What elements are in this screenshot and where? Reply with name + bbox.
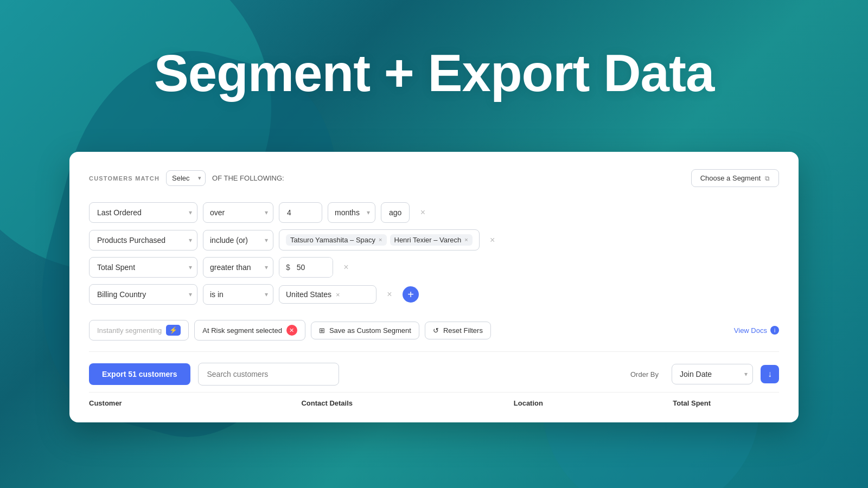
- country-value: United States: [286, 290, 331, 299]
- field-select-2[interactable]: Products Purchased: [89, 230, 197, 251]
- filter-row-last-ordered: Last Ordered over months days years ago …: [89, 202, 779, 223]
- match-row: CUSTOMERS MATCH Selec Any All OF THE FOL…: [89, 169, 779, 187]
- op-select-4[interactable]: is in: [203, 284, 273, 305]
- page-title: Segment + Export Data: [0, 43, 868, 103]
- op-select-2[interactable]: include (or): [203, 230, 273, 251]
- field-select-1[interactable]: Last Ordered: [89, 202, 197, 223]
- field-select-wrapper-2[interactable]: Products Purchased: [89, 230, 197, 251]
- info-icon: i: [770, 326, 779, 335]
- remove-filter-4-button[interactable]: ×: [382, 287, 397, 302]
- choose-segment-label: Choose a Segment: [700, 174, 761, 182]
- field-select-wrapper-4[interactable]: Billing Country: [89, 284, 197, 305]
- add-filter-button[interactable]: +: [403, 286, 419, 303]
- dollar-sign: $: [279, 258, 295, 277]
- filter-row-products: Products Purchased include (or) Tatsuro …: [89, 229, 779, 251]
- remove-filter-1-button[interactable]: ×: [415, 205, 430, 220]
- unit-select-1[interactable]: months days years: [328, 202, 375, 223]
- main-panel: CUSTOMERS MATCH Selec Any All OF THE FOL…: [69, 152, 799, 422]
- tag-tatsuro: Tatsuro Yamashita – Spacy ×: [286, 234, 387, 246]
- unit-select-wrapper-1[interactable]: months days years: [328, 202, 375, 223]
- external-link-icon: ⧉: [765, 175, 770, 182]
- of-following-label: OF THE FOLLOWING:: [212, 174, 284, 182]
- op-select-wrapper-3[interactable]: greater than: [203, 257, 273, 278]
- amount-input[interactable]: [295, 258, 333, 277]
- at-risk-label: At Risk segment selected: [202, 326, 282, 335]
- op-select-1[interactable]: over: [203, 202, 273, 223]
- sort-down-icon: ↓: [768, 369, 772, 379]
- tag-tatsuro-remove[interactable]: ×: [379, 237, 382, 243]
- country-remove[interactable]: ×: [336, 291, 340, 299]
- instantly-segmenting-label: Instantly segmenting: [97, 326, 162, 335]
- match-select-wrapper[interactable]: Selec Any All: [166, 170, 206, 186]
- products-tags-input[interactable]: Tatsuro Yamashita – Spacy × Henri Texier…: [279, 229, 480, 251]
- action-bar: Instantly segmenting ⚡ At Risk segment s…: [89, 318, 779, 341]
- export-customers-button[interactable]: Export 51 customers: [89, 363, 190, 385]
- remove-filter-2-button[interactable]: ×: [485, 233, 500, 248]
- th-contact: Contact Details: [301, 399, 513, 407]
- field-select-3[interactable]: Total Spent: [89, 257, 197, 278]
- view-docs-label: View Docs: [734, 326, 767, 335]
- field-select-wrapper-3[interactable]: Total Spent: [89, 257, 197, 278]
- country-input-wrap[interactable]: United States ×: [279, 285, 376, 304]
- op-select-wrapper-2[interactable]: include (or): [203, 230, 273, 251]
- lightning-icon: ⚡: [166, 325, 181, 336]
- search-customers-input[interactable]: [198, 363, 339, 386]
- op-select-wrapper-1[interactable]: over: [203, 202, 273, 223]
- remove-filter-3-button[interactable]: ×: [339, 260, 354, 275]
- order-by-select[interactable]: Join Date Total Spent Customer Name: [672, 364, 753, 384]
- tag-tatsuro-label: Tatsuro Yamashita – Spacy: [290, 236, 375, 244]
- op-select-3[interactable]: greater than: [203, 257, 273, 278]
- at-risk-segment-button[interactable]: At Risk segment selected ✕: [194, 320, 305, 341]
- at-risk-remove-icon: ✕: [286, 325, 297, 336]
- th-location: Location: [514, 399, 673, 407]
- reset-icon: ↺: [433, 326, 439, 335]
- view-docs-link[interactable]: View Docs i: [734, 326, 779, 335]
- order-by-label: Order By: [630, 370, 659, 378]
- value-input-1[interactable]: [279, 202, 322, 223]
- field-select-4[interactable]: Billing Country: [89, 284, 197, 305]
- instantly-segmenting-indicator: Instantly segmenting ⚡: [89, 320, 189, 341]
- op-select-wrapper-4[interactable]: is in: [203, 284, 273, 305]
- tag-henri: Henri Texier – Varech ×: [390, 234, 473, 246]
- field-select-wrapper-1[interactable]: Last Ordered: [89, 202, 197, 223]
- th-total-spent: Total Spent: [673, 399, 779, 407]
- export-row: Export 51 customers Order By Join Date T…: [89, 363, 779, 386]
- filter-row-total-spent: Total Spent greater than $ ×: [89, 257, 779, 278]
- table-headers: Customer Contact Details Location Total …: [89, 392, 779, 407]
- match-select[interactable]: Selec Any All: [166, 170, 206, 186]
- choose-segment-button[interactable]: Choose a Segment ⧉: [691, 169, 779, 187]
- save-icon: ⊞: [319, 326, 325, 335]
- filter-row-billing-country: Billing Country is in United States × × …: [89, 284, 779, 305]
- tag-henri-remove[interactable]: ×: [464, 237, 468, 243]
- order-by-select-wrapper[interactable]: Join Date Total Spent Customer Name: [672, 364, 753, 384]
- reset-label: Reset Filters: [443, 326, 483, 335]
- divider: [89, 351, 779, 352]
- sort-direction-button[interactable]: ↓: [761, 365, 779, 383]
- filters-area: Last Ordered over months days years ago …: [89, 202, 779, 305]
- ago-badge: ago: [381, 202, 410, 223]
- reset-filters-button[interactable]: ↺ Reset Filters: [425, 322, 491, 339]
- customers-match-label: CUSTOMERS MATCH: [89, 175, 159, 182]
- save-custom-segment-button[interactable]: ⊞ Save as Custom Segment: [311, 322, 419, 339]
- save-segment-label: Save as Custom Segment: [329, 326, 411, 335]
- th-customer: Customer: [89, 399, 301, 407]
- tag-henri-label: Henri Texier – Varech: [394, 236, 462, 244]
- dollar-input-wrap: $: [279, 257, 333, 278]
